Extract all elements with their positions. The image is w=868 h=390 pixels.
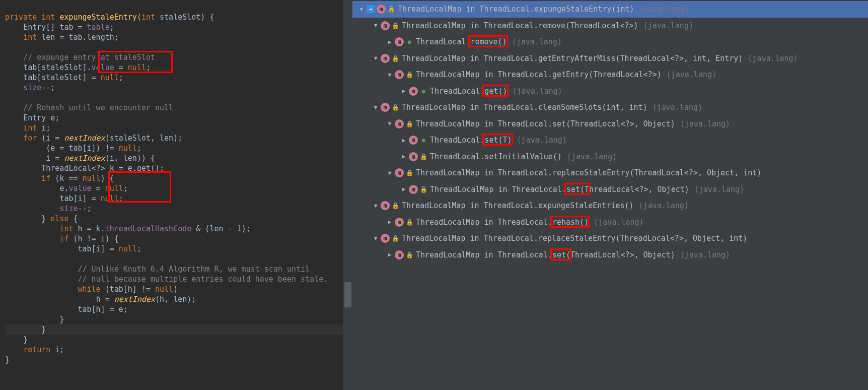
hierarchy-row[interactable]: ▶m●ThreadLocal.set(T)(java.lang) (352, 132, 868, 149)
private-visibility-icon: 🔒 (392, 104, 399, 111)
private-visibility-icon: 🔒 (392, 235, 399, 242)
editor-scrollbar-thumb[interactable] (344, 282, 351, 307)
method-icon: m (395, 37, 404, 46)
hierarchy-row[interactable]: ▼m🔒ThreadLocalMap in ThreadLocal.set(Thr… (352, 116, 868, 133)
hierarchy-row[interactable]: ▶m🔒ThreadLocalMap in ThreadLocal.set(Thr… (352, 181, 868, 198)
public-visibility-icon: ● (420, 88, 427, 95)
public-visibility-icon: ● (420, 137, 427, 144)
private-visibility-icon: 🔒 (420, 153, 427, 160)
hierarchy-row[interactable]: ▶m🔒ThreadLocal.setInitialValue()(java.la… (352, 149, 868, 165)
hierarchy-row-package: (java.lang) (594, 218, 643, 227)
hierarchy-row[interactable]: ▼m🔒ThreadLocalMap in ThreadLocal.replace… (352, 165, 868, 181)
method-icon: m (381, 201, 390, 210)
method-icon: m (381, 103, 390, 112)
code-editor-pane[interactable]: private int expungeStaleEntry(int staleS… (0, 0, 352, 390)
expand-arrow-icon[interactable]: ▶ (385, 219, 395, 225)
expand-arrow-icon[interactable]: ▶ (399, 186, 409, 192)
private-visibility-icon: 🔒 (406, 71, 413, 78)
expand-arrow-icon[interactable]: ▶ (399, 137, 409, 144)
collapse-arrow-icon[interactable]: ▼ (371, 22, 381, 29)
private-visibility-icon: 🔒 (406, 120, 413, 127)
hierarchy-row[interactable]: ▶m🔒ThreadLocalMap in ThreadLocal.set(Thr… (352, 247, 868, 264)
method-icon: m (395, 218, 404, 227)
code-content: private int expungeStaleEntry(int staleS… (0, 0, 352, 375)
hierarchy-row-package: (java.lang) (512, 37, 562, 46)
hierarchy-row-package: (java.lang) (680, 119, 730, 128)
method-icon: m (381, 54, 390, 63)
hierarchy-row-label: ThreadLocal.set(T) (430, 136, 512, 145)
hierarchy-row-package: (java.lang) (748, 54, 798, 63)
expand-arrow-icon[interactable]: ▶ (399, 153, 409, 160)
public-visibility-icon: ● (406, 38, 413, 45)
expand-arrow-icon[interactable]: ▶ (385, 251, 395, 258)
hierarchy-row-label: ThreadLocalMap in ThreadLocal.set(Thread… (416, 119, 675, 128)
hierarchy-row-package: (java.lang) (567, 152, 617, 161)
hierarchy-row-package: (java.lang) (667, 70, 716, 79)
hierarchy-row[interactable]: ▼m🔒ThreadLocalMap in ThreadLocal.expunge… (352, 198, 868, 214)
hierarchy-row[interactable]: ▼➜m🔒ThreadLocalMap in ThreadLocal.expung… (352, 1, 868, 18)
hierarchy-row-label: ThreadLocal.setInitialValue() (430, 152, 562, 161)
private-visibility-icon: 🔒 (392, 202, 399, 209)
hierarchy-row-package: (java.lang) (653, 103, 702, 112)
method-icon: m (395, 250, 404, 259)
expand-arrow-icon[interactable]: ▶ (399, 88, 409, 94)
method-icon: m (409, 185, 418, 194)
hierarchy-row-package: (java.lang) (517, 136, 567, 145)
hierarchy-row[interactable]: ▼m🔒ThreadLocalMap in ThreadLocal.getEntr… (352, 50, 868, 67)
hierarchy-row-label: ThreadLocalMap in ThreadLocal.expungeSta… (398, 5, 634, 14)
method-icon: m (409, 152, 418, 161)
hierarchy-row-label: ThreadLocalMap in ThreadLocal.getEntry(T… (416, 70, 662, 79)
private-visibility-icon: 🔒 (388, 6, 395, 13)
private-visibility-icon: 🔒 (406, 251, 413, 258)
hierarchy-row-package: (java.lang) (639, 201, 689, 210)
hierarchy-row[interactable]: ▶m●ThreadLocal.remove()(java.lang) (352, 34, 868, 50)
method-icon: m (395, 70, 404, 79)
private-visibility-icon: 🔒 (406, 219, 413, 226)
private-visibility-icon: 🔒 (392, 55, 399, 62)
hierarchy-row-label: ThreadLocalMap in ThreadLocal.cleanSomeS… (402, 103, 647, 112)
call-hierarchy-pane[interactable]: ▼➜m🔒ThreadLocalMap in ThreadLocal.expung… (352, 0, 868, 390)
private-visibility-icon: 🔒 (392, 22, 399, 29)
private-visibility-icon: 🔒 (406, 169, 413, 176)
editor-scrollbar[interactable] (343, 0, 352, 390)
hierarchy-row[interactable]: ▼m🔒ThreadLocalMap in ThreadLocal.replace… (352, 230, 868, 247)
hierarchy-row-label: ThreadLocalMap in ThreadLocal.replaceSta… (402, 234, 747, 243)
hierarchy-row-label: ThreadLocalMap in ThreadLocal.set(Thread… (430, 185, 689, 194)
method-icon: m (395, 168, 404, 177)
hierarchy-row-label: ThreadLocalMap in ThreadLocal.set(Thread… (416, 250, 675, 259)
hierarchy-row[interactable]: ▶m●ThreadLocal.get()(java.lang) (352, 83, 868, 100)
hierarchy-row-label: ThreadLocalMap in ThreadLocal.rehash() (416, 218, 589, 227)
hierarchy-row-package: (java.lang) (680, 250, 730, 259)
method-icon: m (409, 87, 418, 96)
collapse-arrow-icon[interactable]: ▼ (385, 170, 395, 176)
hierarchy-row[interactable]: ▶m🔒ThreadLocalMap in ThreadLocal.rehash(… (352, 214, 868, 231)
hierarchy-row-label: ThreadLocalMap in ThreadLocal.expungeSta… (402, 201, 634, 210)
collapse-arrow-icon[interactable]: ▼ (371, 55, 381, 61)
method-icon: m (377, 5, 386, 14)
private-visibility-icon: 🔒 (420, 186, 427, 193)
collapse-arrow-icon[interactable]: ▼ (371, 203, 381, 209)
method-icon: m (409, 136, 418, 145)
hierarchy-row-label: ThreadLocalMap in ThreadLocal.getEntryAf… (402, 54, 743, 63)
hierarchy-row-label: ThreadLocalMap in ThreadLocal.remove(Thr… (402, 21, 638, 30)
expand-arrow-icon[interactable]: ▶ (385, 39, 395, 45)
hierarchy-row[interactable]: ▼m🔒ThreadLocalMap in ThreadLocal.getEntr… (352, 67, 868, 83)
hierarchy-row[interactable]: ▼m🔒ThreadLocalMap in ThreadLocal.cleanSo… (352, 99, 868, 116)
hierarchy-row-label: ThreadLocalMap in ThreadLocal.replaceSta… (416, 168, 761, 177)
hierarchy-row-package: (java.lang) (513, 87, 562, 96)
hierarchy-row-package: (java.lang) (639, 5, 689, 14)
hierarchy-row-label: ThreadLocal.remove() (416, 37, 507, 46)
hierarchy-row-label: ThreadLocal.get() (430, 87, 508, 96)
method-icon: m (381, 234, 390, 243)
hierarchy-row[interactable]: ▼m🔒ThreadLocalMap in ThreadLocal.remove(… (352, 18, 868, 34)
collapse-arrow-icon[interactable]: ▼ (356, 6, 367, 13)
collapse-arrow-icon[interactable]: ▼ (385, 120, 395, 127)
collapse-arrow-icon[interactable]: ▼ (371, 235, 381, 242)
current-marker-icon: ➜ (367, 5, 375, 13)
method-icon: m (395, 119, 404, 128)
hierarchy-row-package: (java.lang) (694, 185, 744, 194)
collapse-arrow-icon[interactable]: ▼ (371, 104, 381, 111)
hierarchy-row-package: (java.lang) (643, 21, 693, 30)
method-icon: m (381, 21, 390, 30)
collapse-arrow-icon[interactable]: ▼ (385, 72, 395, 78)
